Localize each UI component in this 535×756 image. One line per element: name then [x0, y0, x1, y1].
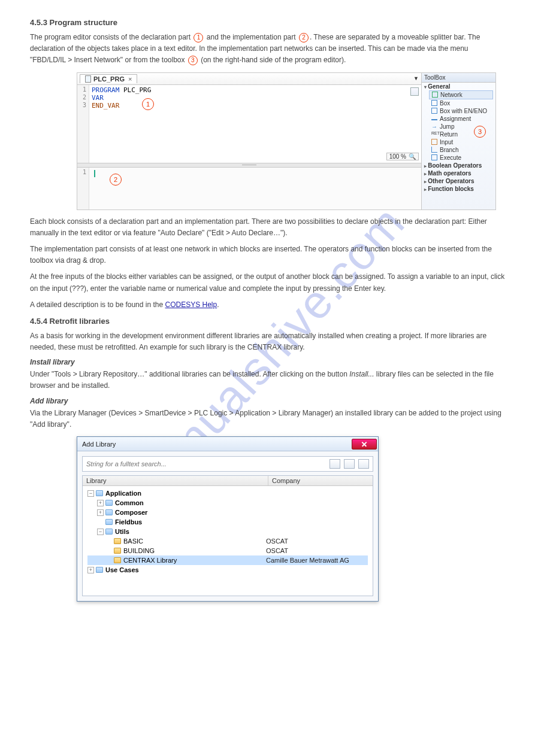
col-library[interactable]: Library: [83, 476, 268, 485]
tree-label: Application: [105, 490, 141, 497]
toolbox-cat-general[interactable]: General: [422, 83, 495, 90]
item-label: Input: [440, 139, 453, 145]
ref-circle-3: 3: [188, 56, 198, 65]
tree-common[interactable]: +Common: [87, 498, 368, 508]
item-label: Return: [440, 131, 458, 138]
box-icon: [431, 100, 437, 106]
kw-endvar: END_VAR: [92, 102, 119, 110]
tree-company: OSCAT: [266, 547, 288, 554]
tab-label: PLC_PRG: [93, 75, 125, 83]
line-gutter: 123: [77, 85, 89, 163]
tree-basic[interactable]: BASICOSCAT: [87, 536, 368, 546]
branch-icon: [431, 147, 437, 153]
toolbox-cat-math[interactable]: Math operators: [422, 169, 495, 177]
lib-paragraph-1: As a basis for working in the developmen…: [30, 330, 505, 353]
codesys-help-link[interactable]: CODESYS Help: [165, 300, 217, 309]
input-icon: [431, 139, 437, 145]
splitter-bar[interactable]: [77, 163, 421, 168]
subhead-install: Install library: [30, 358, 505, 366]
tab-dropdown-icon[interactable]: ▼: [413, 75, 419, 81]
tree-label: Composer: [115, 509, 147, 516]
toolbox-item-execute[interactable]: Execute: [422, 154, 495, 162]
tree-centrax[interactable]: CENTRAX LibraryCamille Bauer Metrawatt A…: [87, 555, 368, 565]
subhead-add: Add library: [30, 397, 505, 405]
kw-program: PROGRAM: [92, 86, 119, 94]
tree-label: Common: [115, 499, 144, 506]
toolbox-item-assignment[interactable]: Assignment: [422, 115, 495, 123]
toolbox-item-input[interactable]: Input: [422, 138, 495, 146]
toolbox-item-box[interactable]: Box: [422, 99, 495, 107]
folder-icon: [105, 500, 113, 506]
magnifier-icon: 🔍: [409, 153, 416, 160]
code-area[interactable]: PROGRAM PLC_PRG VAR END_VAR: [89, 85, 421, 163]
section-title-structure: 4.5.3 Program structure: [30, 18, 505, 27]
view-toggle-button-1[interactable]: [330, 459, 340, 469]
mid-paragraph-1: Each block consists of a declaration par…: [30, 216, 505, 239]
tree-fieldbus[interactable]: Fieldbus: [87, 517, 368, 527]
tree-application[interactable]: −Application: [87, 488, 368, 498]
grid-header: Library Company: [83, 476, 373, 486]
toolbox-cat-boolean[interactable]: Boolean Operators: [422, 162, 495, 169]
implementation-pane: 1: [77, 168, 421, 210]
ref-circle-2: 2: [299, 33, 309, 42]
tab-close-icon[interactable]: ×: [128, 75, 132, 83]
toolbox-title: ToolBox: [422, 73, 495, 83]
network-canvas[interactable]: [89, 168, 421, 210]
tree-utils[interactable]: −Utils: [87, 527, 368, 536]
toolbox-cat-fb[interactable]: Function blocks: [422, 185, 495, 193]
toolbox-item-box-en[interactable]: Box with EN/ENO: [422, 107, 495, 115]
folder-icon: [105, 529, 113, 535]
dialog-titlebar[interactable]: Add Library: [77, 437, 378, 451]
folder-icon: [96, 567, 103, 573]
lib-paragraph-2: Under "Tools > Library Repository…" addi…: [30, 369, 505, 391]
toolbox-cat-other[interactable]: Other Operators: [422, 177, 495, 185]
annotation-2: 2: [110, 174, 122, 186]
item-label: Branch: [440, 147, 459, 153]
item-label: Network: [440, 92, 463, 98]
col-company[interactable]: Company: [268, 476, 373, 485]
toolbox-item-branch[interactable]: Branch: [422, 146, 495, 154]
tree-usecases[interactable]: +Use Cases: [87, 565, 368, 575]
dialog-close-button[interactable]: [352, 439, 377, 450]
toolbox-item-network[interactable]: Network: [429, 90, 493, 99]
tree-label: BASIC: [123, 538, 266, 545]
execute-icon: [431, 154, 437, 160]
search-input[interactable]: [86, 460, 326, 467]
editor-tabstrip: PLC_PRG × ▼: [77, 73, 421, 85]
tree-building[interactable]: BUILDINGOSCAT: [87, 546, 368, 555]
network-icon: [432, 92, 438, 98]
folder-icon: [105, 509, 113, 515]
box-en-icon: [431, 108, 437, 114]
zoom-value: 100 %: [389, 153, 406, 160]
item-label: Execute: [440, 154, 461, 161]
library-tree: −Application +Common +Composer Fieldbus …: [83, 486, 373, 577]
dialog-title: Add Library: [82, 441, 116, 448]
mid-paragraph-3b: A detailed description is to be found in…: [30, 299, 505, 311]
mid-paragraph-2: The implementation part consists of at l…: [30, 244, 505, 266]
lib2-a: Under "Tools > Library Repository…" addi…: [30, 370, 349, 378]
tab-plc-prg[interactable]: PLC_PRG ×: [80, 74, 137, 83]
toolbox-panel: ToolBox General Network Box Box with EN/…: [421, 73, 495, 210]
mid3b-suffix: .: [217, 300, 219, 309]
pane-toggle-button[interactable]: [410, 87, 419, 96]
search-row: [82, 456, 373, 472]
return-icon: RET: [431, 131, 437, 137]
lib-paragraph-3: Via the Library Manager (Devices > Smart…: [30, 408, 505, 430]
tree-label: Fieldbus: [115, 518, 142, 526]
folder-icon: [105, 519, 113, 525]
intro-part-a: The program editor consists of the decla…: [30, 33, 192, 41]
library-icon: [114, 538, 121, 544]
item-label: Jump: [440, 123, 454, 130]
annotation-3: 3: [474, 126, 486, 138]
dialog-body: Library Company −Application +Common +Co…: [77, 451, 378, 601]
id-plcprg: PLC_PRG: [123, 86, 151, 94]
annotation-1: 1: [142, 98, 154, 110]
tree-composer[interactable]: +Composer: [87, 508, 368, 517]
library-icon: [114, 548, 121, 554]
view-toggle-button-3[interactable]: [358, 459, 369, 469]
mid3b-prefix: A detailed description is to be found in…: [30, 300, 165, 309]
intro-part-b: and the implementation part: [204, 33, 297, 41]
view-toggle-button-2[interactable]: [344, 459, 355, 469]
zoom-indicator[interactable]: 100 % 🔍: [386, 153, 419, 160]
item-label: Box: [440, 100, 450, 107]
